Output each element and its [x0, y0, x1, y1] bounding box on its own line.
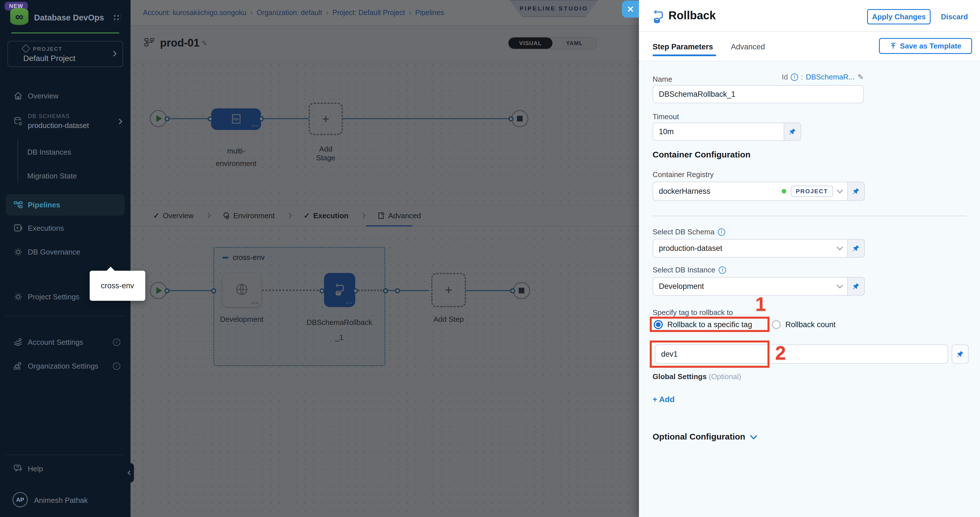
- project-selector[interactable]: PROJECT Default Project: [7, 41, 123, 67]
- tab-advanced[interactable]: Advanced: [731, 43, 765, 51]
- name-field[interactable]: [652, 85, 864, 103]
- cross-env-tooltip: cross-env: [90, 271, 145, 301]
- scope-badge: PROJECT: [791, 186, 833, 197]
- annotation-number-2: 2: [775, 342, 786, 364]
- info-icon: [791, 73, 798, 81]
- sidebar-item-executions[interactable]: Executions: [0, 218, 130, 238]
- app-root: NEW ∞ Database DevOps PROJECT Default Pr…: [0, 0, 980, 517]
- gear-icon: [14, 293, 23, 301]
- layers-gear-icon: [14, 338, 23, 346]
- gear-icon: [14, 248, 23, 256]
- runtime-input-pin-icon[interactable]: [848, 239, 865, 258]
- save-as-template-button[interactable]: Save as Template: [879, 38, 972, 54]
- project-name: Default Project: [23, 54, 75, 63]
- optional-hint: (Optional): [709, 372, 741, 381]
- info-icon: [719, 266, 726, 274]
- executions-icon: [14, 224, 23, 232]
- active-tab-underline: [652, 54, 716, 56]
- sidebar-item-migration-state[interactable]: Migration State: [0, 166, 130, 186]
- sidebar-item-overview[interactable]: Overview: [0, 86, 130, 105]
- info-icon: [113, 339, 120, 346]
- radio-off-icon[interactable]: [772, 320, 781, 329]
- specify-tag-label: Specify tag to rollback to: [652, 308, 733, 317]
- timeout-field[interactable]: [652, 122, 801, 141]
- db-schemas-label: DB SCHEMAS: [28, 112, 89, 120]
- drawer-divider: [639, 31, 980, 32]
- pipelines-icon: [14, 201, 23, 208]
- runtime-input-pin-icon[interactable]: [848, 277, 865, 296]
- radio-rollback-count[interactable]: Rollback count: [772, 320, 835, 329]
- sidebar-collapse-handle[interactable]: [126, 463, 134, 482]
- info-icon: [718, 228, 725, 236]
- runtime-input-pin-icon[interactable]: [848, 181, 865, 201]
- discard-button[interactable]: Discard: [941, 13, 968, 21]
- annotation-number-1: 1: [755, 293, 766, 315]
- drawer-body: Name Id : DBSchemaR... ✎ Timeout Contain…: [639, 61, 980, 517]
- project-label: PROJECT: [33, 46, 62, 52]
- id-value: DBSchemaR...: [806, 73, 854, 81]
- sidebar-item-help[interactable]: Help: [0, 459, 130, 479]
- container-configuration-heading: Container Configuration: [652, 150, 751, 159]
- database-devops-logo-icon[interactable]: ∞: [10, 8, 29, 25]
- home-icon: [14, 92, 23, 100]
- id-label: Id: [782, 73, 788, 81]
- chevron-down-icon[interactable]: [837, 187, 843, 194]
- modal-dim-overlay: [130, 0, 639, 517]
- runtime-input-pin-icon[interactable]: [951, 345, 969, 364]
- annotation-box-2: [650, 340, 770, 368]
- user-avatar[interactable]: AP: [13, 492, 28, 507]
- user-name[interactable]: Animesh Pathak: [34, 496, 88, 505]
- timeout-input[interactable]: [652, 122, 784, 141]
- sidebar-item-organization-settings[interactable]: Organization Settings: [0, 356, 130, 376]
- module-grid-icon[interactable]: [113, 14, 121, 22]
- rollback-icon: [651, 10, 665, 24]
- optional-configuration-heading[interactable]: Optional Configuration: [652, 432, 756, 442]
- chevron-right-icon: [117, 119, 122, 124]
- name-input[interactable]: [652, 85, 864, 103]
- container-registry-field[interactable]: PROJECT: [652, 181, 865, 201]
- info-icon: [113, 362, 120, 370]
- db-schema-icon: [14, 117, 23, 126]
- global-settings-label: Global Settings (Optional): [652, 372, 741, 381]
- db-schemas-value: production-dataset: [28, 120, 89, 131]
- connector-status-dot: [782, 189, 786, 194]
- sidebar-item-db-governance[interactable]: DB Governance: [0, 242, 130, 262]
- sidebar: NEW ∞ Database DevOps PROJECT Default Pr…: [0, 0, 130, 517]
- tag-pin-button[interactable]: [951, 345, 969, 364]
- apply-changes-button[interactable]: Apply Changes: [867, 9, 931, 24]
- chevron-down-icon[interactable]: [837, 282, 843, 289]
- container-registry-label: Container Registry: [652, 170, 714, 179]
- annotation-box-1: [650, 317, 770, 332]
- edit-id-pencil-icon[interactable]: ✎: [858, 73, 864, 81]
- add-global-setting-link[interactable]: + Add: [652, 395, 675, 404]
- timeout-label: Timeout: [652, 112, 679, 121]
- project-cube-icon: [21, 44, 30, 53]
- chevron-down-icon[interactable]: [750, 432, 757, 439]
- select-db-instance-label: Select DB Instance: [652, 266, 726, 274]
- brand-divider: [11, 32, 119, 33]
- section-divider: [652, 216, 966, 216]
- close-drawer-button[interactable]: ✕: [622, 0, 639, 17]
- runtime-input-pin-icon[interactable]: [784, 122, 801, 141]
- sidebar-item-db-schemas[interactable]: DB SCHEMAS production-dataset: [0, 109, 130, 134]
- db-schema-value[interactable]: [652, 239, 848, 258]
- drawer-title: Rollback: [668, 9, 716, 22]
- upload-icon: [890, 43, 897, 49]
- sidebar-item-account-settings[interactable]: Account Settings: [0, 332, 130, 352]
- help-chat-icon: [14, 465, 23, 473]
- rollback-step-drawer: Rollback Apply Changes Discard Step Para…: [639, 0, 980, 517]
- db-schema-select[interactable]: [652, 239, 865, 258]
- sidebar-divider: [6, 315, 125, 316]
- chevron-down-icon[interactable]: [837, 244, 843, 251]
- db-instance-value[interactable]: [652, 277, 848, 296]
- select-db-schema-label: Select DB Schema: [652, 227, 725, 236]
- sidebar-divider: [6, 455, 125, 455]
- org-chart-gear-icon: [14, 362, 23, 370]
- id-row: Id : DBSchemaR... ✎: [639, 73, 864, 81]
- chevron-right-icon: [111, 51, 117, 56]
- app-title: Database DevOps: [34, 13, 104, 22]
- sidebar-item-pipelines[interactable]: Pipelines: [6, 194, 125, 216]
- sidebar-item-db-instances[interactable]: DB Instances: [0, 142, 130, 162]
- tab-step-parameters[interactable]: Step Parameters: [652, 43, 713, 51]
